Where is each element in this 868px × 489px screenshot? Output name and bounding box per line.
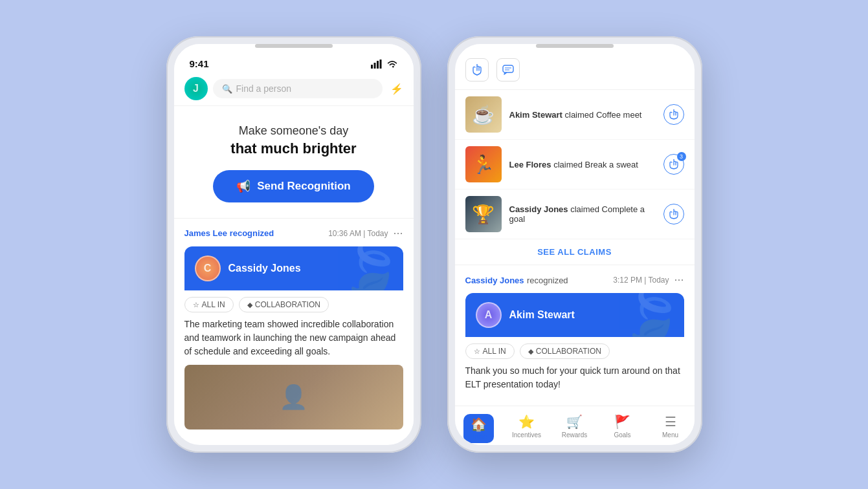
tag-all-in: ☆ ALL IN — [184, 297, 234, 312]
tags-row-right: ☆ ALL IN ◆ COLLABORATION — [465, 337, 684, 364]
right-recognized-text: recognized — [527, 276, 568, 285]
card-timestamp: 10:36 AM | Today — [328, 229, 388, 238]
right-tag-all-in-label: ALL IN — [483, 347, 506, 356]
coffee-icon: ☕ — [472, 104, 495, 125]
claims-section: ☕ Akim Stewart claimed Coffee meet — [455, 90, 695, 265]
search-input[interactable]: 🔍 Find a person — [213, 79, 383, 98]
nav-menu[interactable]: ☰ Menu — [647, 411, 695, 445]
status-time: 9:41 — [190, 58, 209, 69]
nav-goals[interactable]: 🚩 Goals — [599, 411, 647, 445]
filter-icon[interactable]: ⚡ — [390, 83, 403, 95]
recognition-banner-left: C Cassidy Jones 🍃 — [184, 246, 403, 290]
signal-icon — [371, 60, 383, 69]
claim-thumb-1: ☕ — [465, 96, 502, 133]
top-icons-bar — [455, 50, 695, 90]
menu-label: Menu — [662, 431, 678, 439]
rewards-icon: 🛒 — [566, 414, 583, 429]
incentives-icon: ⭐ — [518, 414, 535, 429]
right-banner-decoration: 🍃 — [619, 293, 684, 337]
card-image-left: 👤 — [184, 365, 403, 429]
svg-rect-2 — [377, 61, 379, 69]
claim-hand-2[interactable]: 3 — [663, 154, 684, 175]
nav-home[interactable]: 🏠 Home — [455, 411, 503, 445]
incentives-label: Incentives — [512, 431, 541, 439]
send-recognition-label: Send Recognition — [257, 180, 351, 193]
right-tag-all-in: ☆ ALL IN — [465, 343, 515, 359]
search-bar: J 🔍 Find a person ⚡ — [174, 72, 414, 106]
right-tag-collab-label: COLLABORATION — [536, 347, 601, 356]
recognition-card-right: Cassidy Jones recognized 3:12 PM | Today… — [455, 265, 695, 406]
hero-title: that much brighter — [187, 140, 401, 157]
goals-label: Goals — [614, 431, 630, 439]
right-star-icon: ☆ — [474, 347, 480, 356]
search-icon: 🔍 — [222, 84, 232, 94]
claim-text-2: Lee Flores claimed Break a sweat — [509, 160, 656, 169]
diamond-icon: ◆ — [247, 301, 252, 309]
nav-rewards[interactable]: 🛒 Rewards — [551, 411, 599, 445]
recognized-text: recognized — [230, 228, 274, 238]
recipient-avatar: C — [195, 255, 221, 281]
claim-hand-1[interactable] — [663, 104, 684, 125]
goals-icon: 🚩 — [614, 414, 630, 429]
hero-section: Make someone's day that much brighter 📢 … — [174, 106, 414, 218]
recipient-name: Cassidy Jones — [228, 263, 301, 274]
avatar-initial: J — [184, 77, 208, 100]
right-diamond-icon: ◆ — [528, 347, 533, 356]
speech-bubble-button[interactable] — [496, 58, 520, 82]
hand-btn-icon-2 — [669, 159, 678, 169]
right-recipient-initial: A — [477, 303, 500, 327]
svg-rect-1 — [373, 63, 375, 69]
svg-rect-0 — [371, 65, 373, 69]
recognition-card-left: James Lee recognized 10:36 AM | Today ··… — [174, 218, 414, 437]
user-avatar: J — [184, 77, 208, 100]
claim-item-2: 🏃 Lee Flores claimed Break a sweat 3 — [455, 140, 695, 190]
send-recognition-button[interactable]: 📢 Send Recognition — [213, 170, 374, 202]
phones-container: 9:41 J — [166, 36, 702, 453]
right-recipient-name: Akim Stewart — [509, 309, 575, 321]
hand-icon — [472, 64, 482, 76]
hand-btn-icon-1 — [669, 109, 678, 120]
search-placeholder: Find a person — [236, 83, 292, 94]
left-status-bar: 9:41 — [174, 50, 414, 72]
nav-incentives[interactable]: ⭐ Incentives — [503, 411, 551, 445]
claim-thumb-3: 🏆 — [465, 196, 502, 232]
tags-row-left: ☆ ALL IN ◆ COLLABORATION — [184, 290, 403, 318]
leaf-icon: 🍃 — [339, 246, 403, 290]
sports-icon: 🏃 — [472, 154, 495, 175]
menu-icon: ☰ — [665, 414, 676, 429]
claim-hand-3[interactable] — [663, 204, 684, 224]
nav-home-active: 🏠 Home — [463, 414, 494, 443]
phone-left-screen: 9:41 J — [174, 44, 414, 445]
more-options-button[interactable]: ··· — [393, 226, 403, 240]
banner-decoration: 🍃 — [339, 246, 403, 290]
claim-thumb-2: 🏃 — [465, 146, 502, 182]
phone-right: ☕ Akim Stewart claimed Coffee meet — [447, 36, 702, 453]
see-all-claims-button[interactable]: SEE ALL CLAIMS — [455, 239, 695, 265]
recognizer-name: James Lee — [184, 228, 228, 238]
right-recipient-avatar: A — [476, 302, 502, 328]
tag-all-in-label: ALL IN — [202, 300, 225, 309]
card-time-area: 10:36 AM | Today ··· — [328, 226, 403, 240]
notch — [255, 44, 333, 48]
svg-rect-4 — [503, 65, 513, 72]
hand-icon-button[interactable] — [465, 58, 489, 82]
home-label: Home — [470, 433, 487, 440]
card-body-left: The marketing team showed incredible col… — [184, 318, 403, 365]
wifi-icon — [386, 60, 398, 69]
hero-subtitle: Make someone's day — [187, 124, 401, 138]
bottom-nav: 🏠 Home ⭐ Incentives 🛒 Rewards 🚩 Goals — [455, 406, 695, 445]
card-header-left: James Lee recognized 10:36 AM | Today ··… — [184, 226, 403, 240]
claim-name-1: Akim Stewart — [509, 110, 562, 120]
claim-text-1: Akim Stewart claimed Coffee meet — [509, 110, 656, 120]
claim-text-3: Cassidy Jones claimed Complete a goal — [509, 204, 656, 224]
claim-item-1: ☕ Akim Stewart claimed Coffee meet — [455, 90, 695, 140]
claim-item-3: 🏆 Cassidy Jones claimed Complete a goal — [455, 190, 695, 239]
phone-right-screen: ☕ Akim Stewart claimed Coffee meet — [455, 44, 695, 445]
claim-name-3: Cassidy Jones — [509, 204, 568, 214]
recipient-initial: C — [196, 257, 219, 280]
tag-collaboration: ◆ COLLABORATION — [239, 297, 329, 312]
claim-badge-2: 3 — [677, 152, 686, 161]
right-more-options[interactable]: ··· — [674, 273, 684, 287]
right-card-header: Cassidy Jones recognized 3:12 PM | Today… — [465, 273, 684, 287]
send-icon: 📢 — [236, 179, 250, 193]
